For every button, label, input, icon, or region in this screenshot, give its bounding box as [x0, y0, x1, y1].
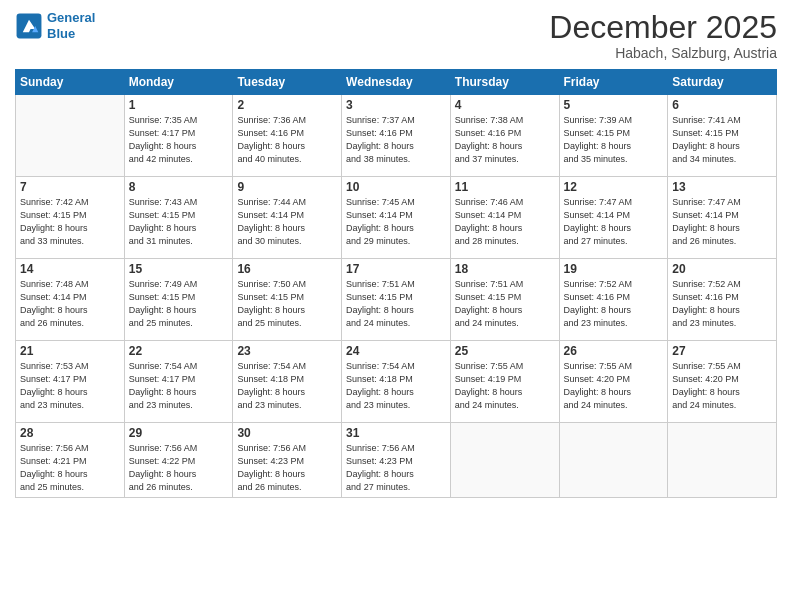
page: General Blue December 2025 Habach, Salzb… [0, 0, 792, 612]
day-number: 16 [237, 262, 337, 276]
day-number: 8 [129, 180, 229, 194]
day-number: 31 [346, 426, 446, 440]
day-info: Sunrise: 7:53 AM Sunset: 4:17 PM Dayligh… [20, 360, 120, 412]
day-info: Sunrise: 7:35 AM Sunset: 4:17 PM Dayligh… [129, 114, 229, 166]
day-number: 10 [346, 180, 446, 194]
calendar-week-row: 7Sunrise: 7:42 AM Sunset: 4:15 PM Daylig… [16, 177, 777, 259]
table-row: 25Sunrise: 7:55 AM Sunset: 4:19 PM Dayli… [450, 341, 559, 423]
table-row: 23Sunrise: 7:54 AM Sunset: 4:18 PM Dayli… [233, 341, 342, 423]
logo-general: General [47, 10, 95, 25]
day-number: 26 [564, 344, 664, 358]
col-monday: Monday [124, 70, 233, 95]
day-info: Sunrise: 7:44 AM Sunset: 4:14 PM Dayligh… [237, 196, 337, 248]
table-row: 4Sunrise: 7:38 AM Sunset: 4:16 PM Daylig… [450, 95, 559, 177]
table-row: 7Sunrise: 7:42 AM Sunset: 4:15 PM Daylig… [16, 177, 125, 259]
day-info: Sunrise: 7:55 AM Sunset: 4:20 PM Dayligh… [564, 360, 664, 412]
table-row [668, 423, 777, 498]
day-info: Sunrise: 7:56 AM Sunset: 4:21 PM Dayligh… [20, 442, 120, 494]
logo-icon [15, 12, 43, 40]
day-info: Sunrise: 7:55 AM Sunset: 4:19 PM Dayligh… [455, 360, 555, 412]
table-row [559, 423, 668, 498]
table-row: 30Sunrise: 7:56 AM Sunset: 4:23 PM Dayli… [233, 423, 342, 498]
logo: General Blue [15, 10, 95, 41]
col-sunday: Sunday [16, 70, 125, 95]
day-number: 20 [672, 262, 772, 276]
table-row: 24Sunrise: 7:54 AM Sunset: 4:18 PM Dayli… [342, 341, 451, 423]
location: Habach, Salzburg, Austria [549, 45, 777, 61]
day-number: 5 [564, 98, 664, 112]
logo-blue: Blue [47, 26, 75, 41]
day-number: 30 [237, 426, 337, 440]
table-row: 29Sunrise: 7:56 AM Sunset: 4:22 PM Dayli… [124, 423, 233, 498]
table-row: 31Sunrise: 7:56 AM Sunset: 4:23 PM Dayli… [342, 423, 451, 498]
day-number: 29 [129, 426, 229, 440]
day-number: 1 [129, 98, 229, 112]
table-row: 15Sunrise: 7:49 AM Sunset: 4:15 PM Dayli… [124, 259, 233, 341]
day-number: 9 [237, 180, 337, 194]
day-info: Sunrise: 7:39 AM Sunset: 4:15 PM Dayligh… [564, 114, 664, 166]
calendar-week-row: 28Sunrise: 7:56 AM Sunset: 4:21 PM Dayli… [16, 423, 777, 498]
calendar-week-row: 1Sunrise: 7:35 AM Sunset: 4:17 PM Daylig… [16, 95, 777, 177]
table-row: 6Sunrise: 7:41 AM Sunset: 4:15 PM Daylig… [668, 95, 777, 177]
day-number: 27 [672, 344, 772, 358]
day-info: Sunrise: 7:56 AM Sunset: 4:23 PM Dayligh… [237, 442, 337, 494]
day-number: 25 [455, 344, 555, 358]
calendar-table: Sunday Monday Tuesday Wednesday Thursday… [15, 69, 777, 498]
calendar-week-row: 21Sunrise: 7:53 AM Sunset: 4:17 PM Dayli… [16, 341, 777, 423]
calendar-header-row: Sunday Monday Tuesday Wednesday Thursday… [16, 70, 777, 95]
title-block: December 2025 Habach, Salzburg, Austria [549, 10, 777, 61]
table-row: 3Sunrise: 7:37 AM Sunset: 4:16 PM Daylig… [342, 95, 451, 177]
table-row: 19Sunrise: 7:52 AM Sunset: 4:16 PM Dayli… [559, 259, 668, 341]
day-number: 12 [564, 180, 664, 194]
day-number: 6 [672, 98, 772, 112]
day-number: 23 [237, 344, 337, 358]
day-number: 7 [20, 180, 120, 194]
col-friday: Friday [559, 70, 668, 95]
day-info: Sunrise: 7:41 AM Sunset: 4:15 PM Dayligh… [672, 114, 772, 166]
day-info: Sunrise: 7:49 AM Sunset: 4:15 PM Dayligh… [129, 278, 229, 330]
table-row: 11Sunrise: 7:46 AM Sunset: 4:14 PM Dayli… [450, 177, 559, 259]
day-number: 15 [129, 262, 229, 276]
col-thursday: Thursday [450, 70, 559, 95]
table-row: 13Sunrise: 7:47 AM Sunset: 4:14 PM Dayli… [668, 177, 777, 259]
table-row: 1Sunrise: 7:35 AM Sunset: 4:17 PM Daylig… [124, 95, 233, 177]
day-info: Sunrise: 7:51 AM Sunset: 4:15 PM Dayligh… [455, 278, 555, 330]
col-tuesday: Tuesday [233, 70, 342, 95]
month-title: December 2025 [549, 10, 777, 45]
table-row: 18Sunrise: 7:51 AM Sunset: 4:15 PM Dayli… [450, 259, 559, 341]
day-info: Sunrise: 7:48 AM Sunset: 4:14 PM Dayligh… [20, 278, 120, 330]
day-info: Sunrise: 7:56 AM Sunset: 4:23 PM Dayligh… [346, 442, 446, 494]
col-wednesday: Wednesday [342, 70, 451, 95]
day-number: 28 [20, 426, 120, 440]
table-row: 22Sunrise: 7:54 AM Sunset: 4:17 PM Dayli… [124, 341, 233, 423]
day-number: 18 [455, 262, 555, 276]
day-number: 11 [455, 180, 555, 194]
day-info: Sunrise: 7:54 AM Sunset: 4:18 PM Dayligh… [346, 360, 446, 412]
table-row: 9Sunrise: 7:44 AM Sunset: 4:14 PM Daylig… [233, 177, 342, 259]
col-saturday: Saturday [668, 70, 777, 95]
table-row: 2Sunrise: 7:36 AM Sunset: 4:16 PM Daylig… [233, 95, 342, 177]
day-info: Sunrise: 7:46 AM Sunset: 4:14 PM Dayligh… [455, 196, 555, 248]
table-row: 5Sunrise: 7:39 AM Sunset: 4:15 PM Daylig… [559, 95, 668, 177]
table-row: 17Sunrise: 7:51 AM Sunset: 4:15 PM Dayli… [342, 259, 451, 341]
day-info: Sunrise: 7:38 AM Sunset: 4:16 PM Dayligh… [455, 114, 555, 166]
table-row: 21Sunrise: 7:53 AM Sunset: 4:17 PM Dayli… [16, 341, 125, 423]
calendar-week-row: 14Sunrise: 7:48 AM Sunset: 4:14 PM Dayli… [16, 259, 777, 341]
day-info: Sunrise: 7:50 AM Sunset: 4:15 PM Dayligh… [237, 278, 337, 330]
day-number: 19 [564, 262, 664, 276]
day-info: Sunrise: 7:54 AM Sunset: 4:17 PM Dayligh… [129, 360, 229, 412]
day-number: 13 [672, 180, 772, 194]
day-info: Sunrise: 7:54 AM Sunset: 4:18 PM Dayligh… [237, 360, 337, 412]
day-number: 21 [20, 344, 120, 358]
logo-text: General Blue [47, 10, 95, 41]
day-info: Sunrise: 7:52 AM Sunset: 4:16 PM Dayligh… [564, 278, 664, 330]
day-info: Sunrise: 7:55 AM Sunset: 4:20 PM Dayligh… [672, 360, 772, 412]
table-row: 14Sunrise: 7:48 AM Sunset: 4:14 PM Dayli… [16, 259, 125, 341]
day-number: 3 [346, 98, 446, 112]
day-info: Sunrise: 7:56 AM Sunset: 4:22 PM Dayligh… [129, 442, 229, 494]
day-number: 2 [237, 98, 337, 112]
table-row: 12Sunrise: 7:47 AM Sunset: 4:14 PM Dayli… [559, 177, 668, 259]
header: General Blue December 2025 Habach, Salzb… [15, 10, 777, 61]
day-number: 4 [455, 98, 555, 112]
day-info: Sunrise: 7:37 AM Sunset: 4:16 PM Dayligh… [346, 114, 446, 166]
